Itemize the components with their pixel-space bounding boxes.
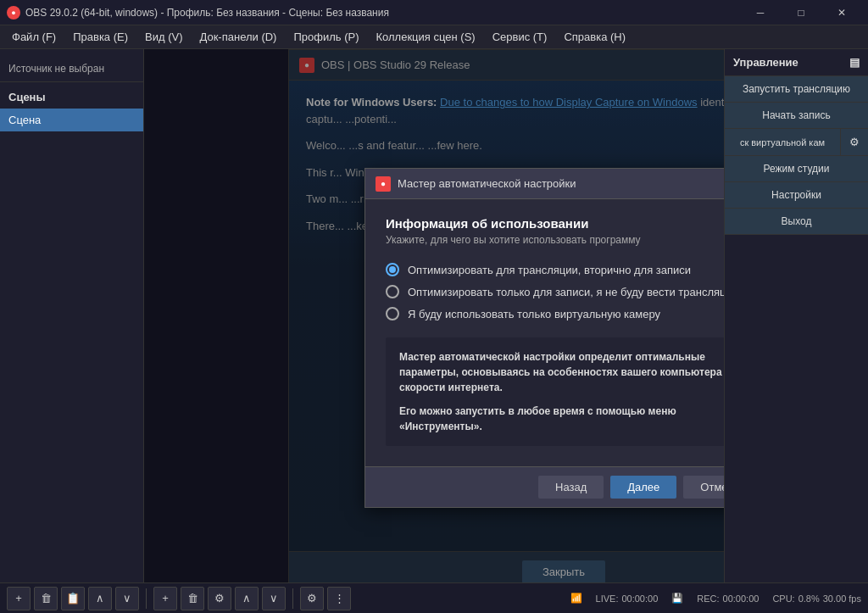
bottom-toolbar: + 🗑 📋 ∧ ∨ + 🗑 ⚙ ∧ ∨ ⚙ ⋮ 📶 LIVE: 00:00:00… bbox=[0, 582, 868, 613]
menu-service[interactable]: Сервис (T) bbox=[484, 25, 556, 48]
toolbar-source-up[interactable]: ∧ bbox=[235, 587, 259, 610]
title-bar-text: OBS 29.0.2 (64-bit, windows) - Профиль: … bbox=[25, 7, 741, 19]
toolbar-scene-down[interactable]: ∨ bbox=[115, 587, 139, 610]
toolbar-scene-props[interactable]: 📋 bbox=[61, 587, 85, 610]
radio-label-2: Я буду использовать только виртуальную к… bbox=[408, 308, 660, 320]
menu-edit[interactable]: Правка (E) bbox=[64, 25, 136, 48]
wizard-section-sub: Укажите, для чего вы хотите использовать… bbox=[386, 234, 724, 246]
toolbar-source-down[interactable]: ∨ bbox=[262, 587, 286, 610]
wizard-header: ● Мастер автоматической настройки ✕ bbox=[365, 169, 724, 199]
left-sidebar: Источник не выбран Сцены Сцена bbox=[0, 49, 144, 582]
window-controls: ─ □ ✕ bbox=[741, 0, 861, 25]
radio-group: Оптимизировать для трансляции, вторично … bbox=[386, 263, 724, 320]
menu-help[interactable]: Справка (H) bbox=[555, 25, 634, 48]
live-label: LIVE: bbox=[596, 593, 619, 604]
wizard-section-title: Информация об использовании bbox=[386, 216, 724, 231]
menu-bar: Файл (F) Правка (E) Вид (V) Док-панели (… bbox=[0, 25, 868, 49]
toolbar-more[interactable]: ⋮ bbox=[327, 587, 351, 610]
status-wifi: 📶 bbox=[570, 593, 582, 604]
toolbar-sep-2 bbox=[292, 588, 293, 609]
wizard-icon: ● bbox=[376, 176, 391, 192]
radio-circle-2[interactable] bbox=[386, 307, 399, 320]
title-bar: ● OBS 29.0.2 (64-bit, windows) - Профиль… bbox=[0, 0, 868, 25]
toolbar-audio-mixer[interactable]: ⚙ bbox=[300, 587, 324, 610]
scene-item-0[interactable]: Сцена bbox=[0, 109, 143, 131]
radio-circle-1[interactable] bbox=[386, 285, 399, 298]
status-rec: REC: 00:00:00 bbox=[697, 593, 759, 604]
center-content: ● OBS | OBS Studio 29 Release ✕ Note for… bbox=[144, 49, 724, 582]
status-cpu: CPU: 0.8% 30.00 fps bbox=[772, 593, 861, 604]
virtual-cam-button[interactable]: ск виртуальной кам bbox=[725, 129, 840, 155]
toolbar-sep-1 bbox=[146, 588, 147, 609]
virtual-cam-gear-button[interactable]: ⚙ bbox=[840, 129, 868, 155]
radio-item-0[interactable]: Оптимизировать для трансляции, вторично … bbox=[386, 263, 724, 276]
scenes-label: Сцены bbox=[0, 86, 143, 109]
app-icon: ● bbox=[7, 6, 20, 20]
cpu-value: 0.8% bbox=[798, 593, 820, 604]
radio-item-2[interactable]: Я буду использовать только виртуальную к… bbox=[386, 307, 724, 320]
main-area: Источник не выбран Сцены Сцена ● OBS | O… bbox=[0, 49, 868, 582]
wizard-body: Информация об использовании Укажите, для… bbox=[365, 199, 724, 466]
minimize-button[interactable]: ─ bbox=[741, 0, 780, 25]
right-panel-title: Управление bbox=[733, 56, 798, 69]
radio-label-0: Оптимизировать для трансляции, вторично … bbox=[408, 264, 691, 276]
toolbar-scene-up[interactable]: ∧ bbox=[88, 587, 112, 610]
menu-file[interactable]: Файл (F) bbox=[3, 25, 64, 48]
wizard-info-text2: Его можно запустить в любое время с помо… bbox=[399, 404, 724, 434]
toolbar-add-source[interactable]: + bbox=[153, 587, 177, 610]
menu-scenecollection[interactable]: Коллекция сцен (S) bbox=[368, 25, 484, 48]
menu-dockpanels[interactable]: Док-панели (D) bbox=[192, 25, 286, 48]
wizard-footer: Назад Далее Отмена bbox=[365, 466, 724, 507]
radio-label-1: Оптимизировать только для записи, я не б… bbox=[408, 286, 724, 298]
rec-label: REC: bbox=[697, 593, 719, 604]
virtual-cam-row: ск виртуальной кам ⚙ bbox=[725, 129, 868, 156]
toolbar-delete-source[interactable]: 🗑 bbox=[181, 587, 204, 610]
status-rec-icon: 💾 bbox=[671, 593, 683, 604]
rec-disk-icon: 💾 bbox=[671, 593, 683, 604]
wizard-info-box: Мастер автоматической настройки определи… bbox=[386, 337, 724, 446]
start-stream-button[interactable]: Запустить трансляцию bbox=[725, 76, 868, 103]
toolbar-add-scene[interactable]: + bbox=[7, 587, 31, 610]
menu-view[interactable]: Вид (V) bbox=[136, 25, 191, 48]
wifi-icon: 📶 bbox=[570, 593, 582, 604]
wizard-next-button[interactable]: Далее bbox=[610, 476, 676, 499]
radio-circle-0[interactable] bbox=[386, 263, 399, 276]
source-label: Источник не выбран bbox=[0, 56, 143, 82]
wizard-dialog: ● Мастер автоматической настройки ✕ Инфо… bbox=[364, 168, 724, 508]
wizard-cancel-button[interactable]: Отмена bbox=[683, 476, 724, 499]
toolbar-source-settings[interactable]: ⚙ bbox=[208, 587, 231, 610]
settings-button[interactable]: Настройки bbox=[725, 182, 868, 209]
live-time: 00:00:00 bbox=[621, 593, 658, 604]
exit-button[interactable]: Выход bbox=[725, 209, 868, 235]
menu-profile[interactable]: Профиль (P) bbox=[285, 25, 367, 48]
close-button[interactable]: ✕ bbox=[822, 0, 861, 25]
right-panel-header: Управление ▤ bbox=[725, 49, 868, 76]
maximize-button[interactable]: □ bbox=[782, 0, 821, 25]
status-live: LIVE: 00:00:00 bbox=[596, 593, 659, 604]
start-record-button[interactable]: Начать запись bbox=[725, 103, 868, 129]
status-bar: 📶 LIVE: 00:00:00 💾 REC: 00:00:00 CPU: 0.… bbox=[354, 593, 861, 604]
right-panel-icon: ▤ bbox=[849, 56, 860, 69]
toolbar-delete-scene[interactable]: 🗑 bbox=[34, 587, 58, 610]
wizard-info-text1: Мастер автоматической настройки определи… bbox=[399, 349, 724, 395]
wizard-title: Мастер автоматической настройки bbox=[398, 177, 724, 190]
right-panel: Управление ▤ Запустить трансляцию Начать… bbox=[724, 49, 868, 582]
wizard-back-button[interactable]: Назад bbox=[538, 476, 604, 499]
cpu-label: CPU: bbox=[772, 593, 794, 604]
studio-mode-button[interactable]: Режим студии bbox=[725, 156, 868, 182]
rec-time: 00:00:00 bbox=[723, 593, 760, 604]
fps-value: 30.00 fps bbox=[823, 593, 861, 604]
radio-item-1[interactable]: Оптимизировать только для записи, я не б… bbox=[386, 285, 724, 298]
